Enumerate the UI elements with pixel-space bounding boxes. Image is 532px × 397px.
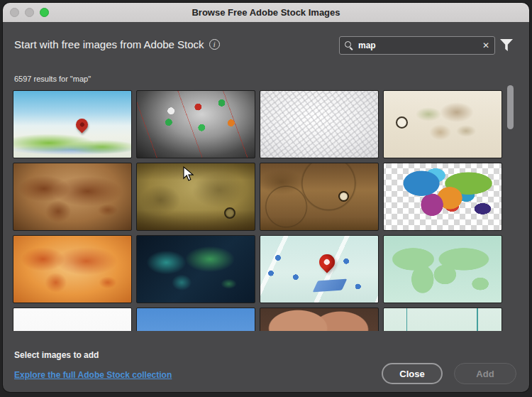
select-images-hint: Select images to add bbox=[14, 350, 99, 360]
location-pin-icon bbox=[73, 116, 90, 134]
compass-icon bbox=[224, 207, 235, 219]
add-button[interactable]: Add bbox=[454, 363, 516, 384]
stock-image-thumbnail[interactable] bbox=[13, 90, 132, 158]
stock-image-thumbnail[interactable] bbox=[136, 163, 255, 231]
image-results-grid bbox=[13, 90, 502, 331]
search-icon bbox=[345, 41, 353, 50]
window-title: Browse Free Adobe Stock Images bbox=[3, 7, 529, 18]
browse-stock-dialog: Browse Free Adobe Stock Images Start wit… bbox=[3, 3, 529, 392]
stock-image-thumbnail[interactable] bbox=[260, 90, 379, 158]
results-count: 6597 results for "map" bbox=[14, 75, 91, 83]
stock-image-thumbnail[interactable] bbox=[136, 235, 255, 303]
explore-stock-link[interactable]: Explore the full Adobe Stock collection bbox=[14, 370, 172, 380]
close-button[interactable]: Close bbox=[382, 363, 443, 384]
filter-icon[interactable] bbox=[500, 39, 513, 51]
scrollbar-thumb[interactable] bbox=[507, 85, 514, 129]
folded-map-decor bbox=[313, 279, 348, 293]
stock-image-thumbnail[interactable] bbox=[383, 235, 502, 303]
location-pin-icon bbox=[316, 251, 338, 273]
stock-image-thumbnail[interactable] bbox=[13, 308, 132, 331]
stock-image-thumbnail[interactable] bbox=[383, 163, 502, 231]
stock-image-thumbnail[interactable] bbox=[136, 90, 255, 158]
search-input[interactable] bbox=[358, 40, 477, 50]
compass-icon bbox=[396, 116, 408, 129]
stock-image-thumbnail[interactable] bbox=[260, 308, 379, 331]
clear-search-icon[interactable]: ✕ bbox=[482, 41, 489, 50]
stock-image-thumbnail[interactable] bbox=[260, 163, 379, 231]
search-box[interactable]: ✕ bbox=[339, 36, 495, 55]
title-bar[interactable]: Browse Free Adobe Stock Images bbox=[3, 3, 529, 22]
stock-image-thumbnail[interactable] bbox=[383, 90, 502, 158]
compass-icon bbox=[338, 191, 349, 202]
stock-image-thumbnail[interactable] bbox=[136, 308, 255, 331]
stock-image-thumbnail[interactable] bbox=[383, 308, 502, 331]
stock-image-thumbnail[interactable] bbox=[13, 235, 132, 303]
info-icon[interactable]: i bbox=[209, 39, 220, 50]
search-icon-handle bbox=[350, 47, 353, 50]
page-title-text: Start with free images from Adobe Stock bbox=[14, 38, 204, 50]
stock-image-thumbnail[interactable] bbox=[260, 235, 379, 303]
page-title: Start with free images from Adobe Stock … bbox=[14, 38, 220, 50]
stock-image-thumbnail[interactable] bbox=[13, 163, 132, 231]
